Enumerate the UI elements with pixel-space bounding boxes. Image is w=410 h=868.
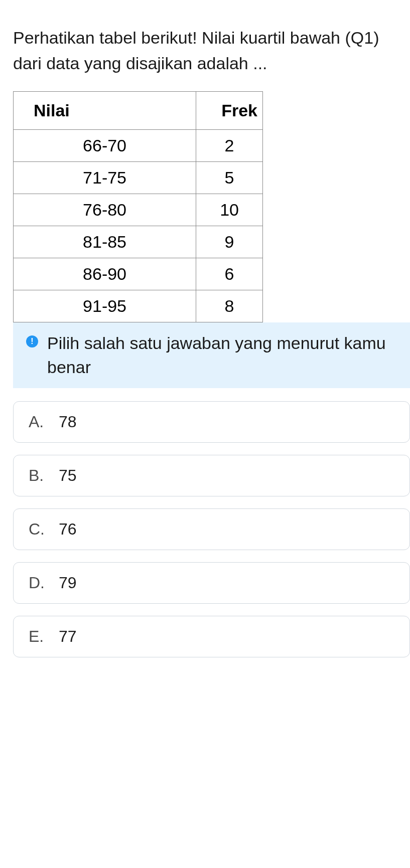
option-b[interactable]: B. 75 xyxy=(13,455,410,496)
table-cell-nilai: 81-85 xyxy=(14,226,196,258)
table-row: 91-95 8 xyxy=(14,290,263,322)
option-value: 77 xyxy=(59,627,77,646)
question-text: Perhatikan tabel berikut! Nilai kuartil … xyxy=(0,0,410,91)
table-cell-nilai: 76-80 xyxy=(14,194,196,226)
table-cell-nilai: 66-70 xyxy=(14,130,196,162)
option-letter: D. xyxy=(29,574,47,592)
table-cell-nilai: 86-90 xyxy=(14,258,196,290)
info-text: Pilih salah satu jawaban yang menurut ka… xyxy=(47,331,397,379)
table-row: 81-85 9 xyxy=(14,226,263,258)
table-cell-frek: 9 xyxy=(196,226,263,258)
info-icon-label: ! xyxy=(31,337,33,346)
option-letter: C. xyxy=(29,520,47,539)
table-cell-frek: 5 xyxy=(196,162,263,194)
option-letter: B. xyxy=(29,466,47,485)
option-letter: E. xyxy=(29,627,47,646)
info-icon: ! xyxy=(26,335,38,348)
info-box: ! Pilih salah satu jawaban yang menurut … xyxy=(13,322,410,388)
table-row: 76-80 10 xyxy=(14,194,263,226)
table-row: 71-75 5 xyxy=(14,162,263,194)
table-row: 86-90 6 xyxy=(14,258,263,290)
table-cell-frek: 10 xyxy=(196,194,263,226)
options-container: A. 78 B. 75 C. 76 D. 79 E. 77 xyxy=(0,388,410,657)
data-table: Nilai Frek 66-70 2 71-75 5 76-80 10 81-8… xyxy=(13,91,263,322)
option-value: 75 xyxy=(59,466,77,485)
table-header-row: Nilai Frek xyxy=(14,92,263,130)
option-c[interactable]: C. 76 xyxy=(13,508,410,550)
table-cell-frek: 8 xyxy=(196,290,263,322)
option-d[interactable]: D. 79 xyxy=(13,562,410,604)
table-cell-frek: 6 xyxy=(196,258,263,290)
option-value: 79 xyxy=(59,574,77,592)
option-value: 78 xyxy=(59,413,77,431)
option-letter: A. xyxy=(29,413,47,431)
option-value: 76 xyxy=(59,520,77,539)
table-header-nilai: Nilai xyxy=(14,92,196,130)
table-cell-frek: 2 xyxy=(196,130,263,162)
option-a[interactable]: A. 78 xyxy=(13,401,410,443)
table-row: 66-70 2 xyxy=(14,130,263,162)
table-cell-nilai: 71-75 xyxy=(14,162,196,194)
table-cell-nilai: 91-95 xyxy=(14,290,196,322)
option-e[interactable]: E. 77 xyxy=(13,616,410,657)
table-header-frek: Frek xyxy=(196,92,263,130)
